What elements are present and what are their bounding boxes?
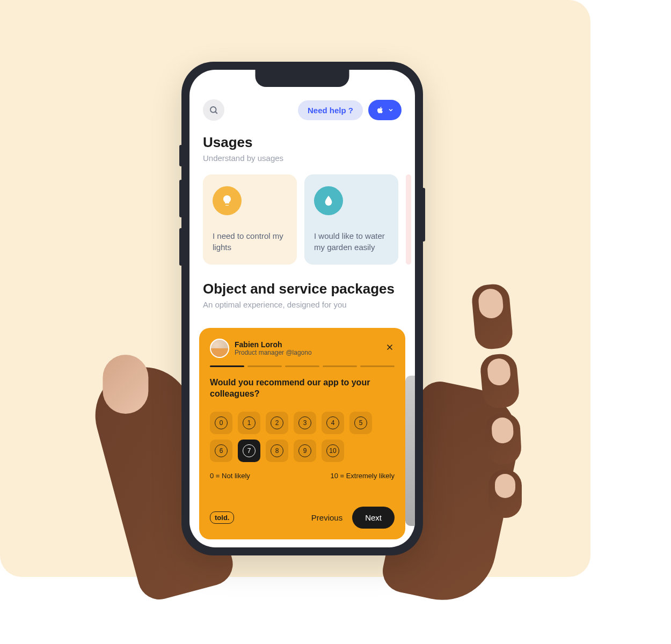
nps-value: 5 — [354, 416, 367, 429]
usages-subtitle: Understand by usages — [203, 153, 402, 163]
card-label: I need to control my lights — [213, 230, 287, 253]
next-button[interactable]: Next — [352, 507, 395, 529]
apple-icon — [376, 105, 384, 115]
usages-title: Usages — [203, 134, 402, 151]
nps-option-1[interactable]: 1 — [238, 412, 260, 434]
nps-max-label: 10 = Extremely likely — [330, 472, 395, 480]
close-button[interactable] — [385, 341, 395, 355]
nps-options: 012345678910 — [210, 412, 395, 462]
nps-option-0[interactable]: 0 — [210, 412, 232, 434]
nps-value: 0 — [215, 416, 228, 429]
phone-button — [179, 145, 183, 166]
nps-value: 7 — [243, 444, 256, 457]
hand-illustration — [488, 470, 522, 518]
nps-value: 2 — [271, 416, 283, 429]
chevron-down-icon — [388, 107, 394, 113]
svg-line-1 — [215, 112, 217, 114]
svg-point-0 — [210, 107, 216, 113]
usage-card-garden[interactable]: I would like to water my garden easily — [304, 174, 398, 265]
usage-card-lights[interactable]: I need to control my lights — [203, 174, 297, 265]
nps-min-label: 0 = Not likely — [210, 472, 250, 480]
nps-value: 6 — [215, 444, 228, 457]
survey-user-role: Product manager @lagono — [235, 349, 380, 356]
hand-illustration — [471, 283, 514, 350]
hand-illustration — [479, 353, 520, 409]
survey-question: Would you recommend our app to your coll… — [210, 377, 395, 400]
avatar — [210, 339, 229, 358]
progress-segment — [247, 365, 282, 367]
told-badge[interactable]: told. — [210, 511, 234, 524]
nps-value: 10 — [326, 444, 339, 457]
phone-frame: Need help ? Usages Understand by usages … — [181, 62, 423, 555]
progress-segment — [323, 365, 357, 367]
hand-illustration — [485, 412, 522, 465]
packages-subtitle: An optimal experience, designed for you — [203, 300, 402, 309]
lightbulb-icon — [213, 186, 242, 215]
nps-option-8[interactable]: 8 — [266, 440, 288, 462]
nps-option-6[interactable]: 6 — [210, 440, 232, 462]
nps-value: 1 — [243, 416, 256, 429]
nps-option-3[interactable]: 3 — [294, 412, 316, 434]
phone-notch — [256, 70, 349, 87]
progress-segment — [210, 365, 244, 367]
nps-option-2[interactable]: 2 — [266, 412, 288, 434]
nps-option-9[interactable]: 9 — [294, 440, 316, 462]
search-icon — [209, 105, 218, 115]
phone-button — [179, 228, 183, 266]
progress-segment — [360, 365, 395, 367]
nps-option-4[interactable]: 4 — [322, 412, 344, 434]
phone-button — [422, 188, 425, 241]
nps-value: 4 — [326, 416, 339, 429]
progress-segment — [285, 365, 319, 367]
progress-bar — [210, 365, 395, 367]
phone-screen: Need help ? Usages Understand by usages … — [189, 70, 415, 547]
help-button[interactable]: Need help ? — [298, 100, 363, 120]
survey-user-name: Fabien Loroh — [235, 340, 380, 349]
nps-option-10[interactable]: 10 — [322, 440, 344, 462]
phone-button — [179, 180, 183, 217]
previous-button[interactable]: Previous — [311, 513, 342, 522]
close-icon — [385, 342, 395, 352]
nps-value: 9 — [298, 444, 311, 457]
card-label: I would like to water my garden easily — [314, 230, 389, 253]
water-drop-icon — [314, 186, 343, 215]
top-bar: Need help ? — [203, 99, 402, 121]
usage-cards: I need to control my lights I would like… — [203, 174, 402, 265]
platform-selector[interactable] — [368, 100, 402, 120]
survey-modal: Fabien Loroh Product manager @lagono Wou… — [199, 328, 405, 539]
package-image-peek — [405, 376, 415, 526]
nps-option-5[interactable]: 5 — [349, 412, 372, 434]
packages-title: Object and service packages — [203, 281, 402, 297]
usage-card-peek[interactable] — [406, 174, 411, 265]
nps-value: 8 — [271, 444, 283, 457]
nps-option-7[interactable]: 7 — [238, 440, 260, 462]
search-button[interactable] — [203, 99, 224, 121]
nps-value: 3 — [298, 416, 311, 429]
